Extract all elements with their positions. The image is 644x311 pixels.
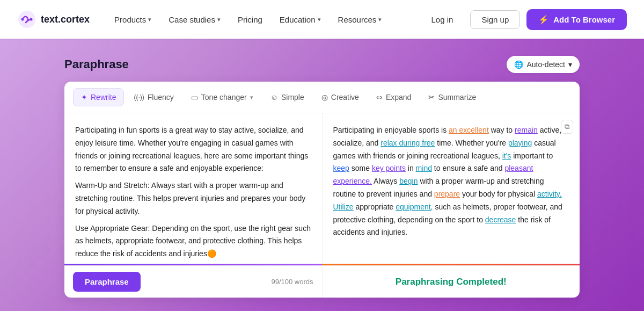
nav-items: Products ▾ Case studies ▾ Pricing Educat… — [107, 11, 420, 28]
paraphrasing-completed-message: Paraphrasing Completed! — [396, 277, 507, 287]
products-chevron-icon: ▾ — [148, 16, 151, 23]
summarize-icon: ✂ — [428, 93, 435, 102]
highlight-decrease: decrease — [485, 215, 516, 224]
main-content: Paraphrase 🌐 Auto-detect ▾ ✦ Rewrite ((·… — [0, 39, 644, 311]
tab-fluency[interactable]: ((·)) Fluency — [126, 89, 181, 106]
add-to-browser-button[interactable]: ⚡ Add To Browser — [526, 9, 627, 30]
tab-creative[interactable]: ◎ Creative — [314, 89, 367, 106]
logo-icon — [17, 10, 36, 29]
auto-detect-chevron-icon: ▾ — [568, 60, 572, 69]
highlight-excellent: an excellent — [449, 126, 489, 134]
output-panel: ⧉ Participating in enjoyable sports is a… — [323, 113, 580, 264]
highlight-prepare: prepare — [434, 190, 460, 198]
auto-detect-button[interactable]: 🌐 Auto-detect ▾ — [507, 56, 580, 73]
tab-summarize[interactable]: ✂ Summarize — [421, 89, 484, 106]
globe-icon: 🌐 — [514, 60, 523, 69]
progress-emoji: 🟠 — [207, 249, 216, 258]
panels-row: Participating in fun sports is a great w… — [64, 113, 580, 264]
rewrite-icon: ✦ — [81, 93, 87, 102]
tab-expand[interactable]: ⇔ Expand — [369, 89, 419, 106]
input-text: Participating in fun sports is a great w… — [75, 124, 311, 175]
logo-text: text.cortex — [41, 14, 90, 25]
highlight-remain: remain — [515, 126, 538, 134]
case-studies-chevron-icon: ▾ — [217, 16, 221, 23]
paraphrase-button[interactable]: Paraphrase — [73, 272, 141, 292]
highlight-mind: mind — [416, 164, 432, 172]
right-progress-bar — [322, 264, 580, 265]
bottom-left: Paraphrase 99/100 words — [64, 266, 323, 298]
highlight-its: it's — [502, 151, 511, 160]
nav-case-studies[interactable]: Case studies ▾ — [161, 11, 228, 28]
left-progress-bar — [64, 264, 322, 265]
flash-icon: ⚡ — [538, 15, 549, 25]
progress-bars — [64, 264, 580, 265]
highlight-keep: keep — [333, 164, 349, 172]
tab-simple[interactable]: ☺ Simple — [263, 89, 312, 106]
copy-button[interactable]: ⧉ — [561, 120, 573, 134]
paraphrase-title: Paraphrase — [64, 57, 129, 71]
input-text-gear: Use Appropriate Gear: Depending on the s… — [75, 222, 311, 261]
bottom-bar: Paraphrase 99/100 words Paraphrasing Com… — [64, 265, 580, 298]
highlight-equipment: equipment, — [396, 202, 433, 211]
svg-point-0 — [18, 11, 35, 28]
education-chevron-icon: ▾ — [318, 16, 321, 23]
word-count: 99/100 words — [271, 278, 313, 286]
nav-pricing[interactable]: Pricing — [230, 11, 270, 28]
tab-tone-changer[interactable]: ▭ Tone changer ▾ — [184, 89, 261, 106]
bottom-right: Paraphrasing Completed! — [323, 266, 580, 298]
fluency-icon: ((·)) — [134, 93, 144, 101]
input-text-warmup: Warm-Up and Stretch: Always start with a… — [75, 179, 311, 218]
creative-icon: ◎ — [321, 93, 328, 102]
highlight-playing: playing — [508, 139, 532, 147]
tool-card: ✦ Rewrite ((·)) Fluency ▭ Tone changer ▾… — [64, 82, 580, 298]
simple-icon: ☺ — [270, 93, 278, 102]
nav-resources[interactable]: Resources ▾ — [331, 11, 390, 28]
paraphrase-header: Paraphrase 🌐 Auto-detect ▾ — [64, 56, 580, 73]
resources-chevron-icon: ▾ — [378, 16, 382, 23]
highlight-pleasant: pleasant experience. — [333, 164, 533, 185]
tabs-row: ✦ Rewrite ((·)) Fluency ▭ Tone changer ▾… — [64, 82, 580, 113]
tone-changer-chevron-icon: ▾ — [250, 94, 253, 101]
nav-products[interactable]: Products ▾ — [107, 11, 159, 28]
login-button[interactable]: Log in — [421, 11, 464, 28]
nav-education[interactable]: Education ▾ — [272, 11, 328, 28]
input-panel[interactable]: Participating in fun sports is a great w… — [64, 113, 323, 264]
highlight-relax: relax during free — [380, 139, 435, 147]
highlight-key-points: key points — [372, 164, 406, 172]
nav-actions: Log in Sign up ⚡ Add To Browser — [421, 9, 627, 30]
svg-point-2 — [30, 18, 33, 21]
navbar: text.cortex Products ▾ Case studies ▾ Pr… — [0, 0, 644, 39]
svg-point-1 — [21, 18, 24, 21]
signup-button[interactable]: Sign up — [470, 10, 520, 29]
output-text: Participating in enjoyable sports is an … — [333, 124, 569, 239]
logo[interactable]: text.cortex — [17, 10, 90, 29]
expand-icon: ⇔ — [376, 93, 383, 102]
highlight-begin: begin — [399, 177, 418, 185]
tab-rewrite[interactable]: ✦ Rewrite — [73, 88, 124, 106]
tone-changer-icon: ▭ — [191, 93, 198, 102]
